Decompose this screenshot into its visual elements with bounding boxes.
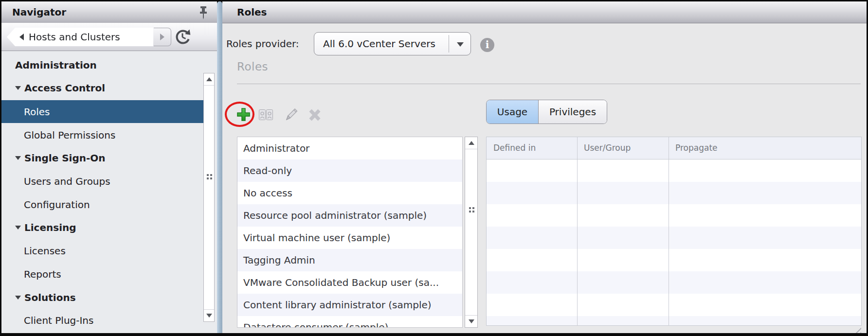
tab-usage[interactable]: Usage [487,100,539,124]
page-title: Roles [237,1,267,23]
roles-list: Administrator Read-only No access Resour… [237,137,463,328]
chevron-down-icon[interactable] [457,42,464,47]
tree-node-users-and-groups[interactable]: Users and Groups [1,170,203,193]
tree-node-configuration[interactable]: Configuration [1,193,203,216]
usage-table-header: Defined in User/Group Propagate [487,137,861,159]
tree-label: Configuration [24,199,90,211]
section-divider [237,84,861,84]
role-row-read-only[interactable]: Read-only [237,159,462,182]
tree-label: Reports [24,268,61,280]
roles-provider-dropdown[interactable]: All 6.0 vCenter Servers [314,32,471,55]
tree-label: Access Control [24,82,105,94]
view-tabs: Usage Privileges [486,100,607,124]
navigator-titlebar: Navigator [1,1,217,23]
panel-splitter[interactable] [217,1,222,333]
roles-section-title: Roles [237,60,268,73]
breadcrumb-forward-button[interactable] [154,28,171,46]
role-row-vmware-consolidated-backup-user[interactable]: VMware Consolidated Backup user (sa... [237,271,462,294]
column-divider [577,137,578,325]
tree-label: Single Sign-On [24,152,106,164]
column-header-propagate[interactable]: Propagate [669,137,861,159]
tree-node-reports[interactable]: Reports [1,263,203,285]
column-header-user-group[interactable]: User/Group [577,137,669,159]
usage-table-body [487,159,861,325]
role-row-administrator[interactable]: Administrator [237,137,462,159]
chevron-down-icon[interactable] [15,296,21,300]
scroll-up-icon[interactable] [204,73,214,86]
tree-label: Users and Groups [24,176,110,187]
pin-icon[interactable] [198,5,209,20]
tree-label: Global Permissions [24,129,115,141]
scrollbar-grip[interactable] [469,207,471,209]
column-divider [669,137,669,325]
column-header-defined-in[interactable]: Defined in [487,137,577,159]
role-row-datastore-consumer[interactable]: Datastore consumer (sample) [237,316,462,328]
navigator-panel: Navigator Hosts and Clusters Admi [1,1,217,333]
forward-arrow-icon [160,34,164,40]
scroll-down-icon[interactable] [204,309,214,321]
tree-node-solutions[interactable]: Solutions [1,286,203,309]
main-titlebar: Roles [222,1,867,23]
annotation-circle [225,102,254,127]
tree-label: Roles [24,106,50,118]
navigator-title: Navigator [12,1,66,23]
tree-node-global-permissions[interactable]: Global Permissions [1,124,203,146]
tree-label: Licenses [24,245,66,257]
resize-grip-icon[interactable] [853,326,861,333]
clone-role-button[interactable] [258,107,274,123]
history-icon[interactable] [173,27,192,47]
scroll-up-icon[interactable] [465,137,477,149]
dropdown-divider [449,35,449,53]
tree-label: Solutions [24,292,76,303]
usage-table: Defined in User/Group Propagate [486,137,862,326]
role-row-tagging-admin[interactable]: Tagging Admin [237,249,462,271]
roles-main-panel: Roles Roles provider: All 6.0 vCenter Se… [222,1,867,333]
back-arrow-icon [19,34,24,40]
navigator-tree: Administration Access Control Roles Glob… [1,51,203,333]
role-row-resource-pool-administrator[interactable]: Resource pool administrator (sample) [237,204,462,227]
tree-label: Licensing [24,222,76,233]
breadcrumb-bar: Hosts and Clusters [1,23,217,51]
tree-node-single-sign-on[interactable]: Single Sign-On [1,146,203,169]
scroll-down-icon[interactable] [465,315,477,327]
tree-node-access-control[interactable]: Access Control [1,76,203,99]
tree-label: Client Plug-Ins [24,315,93,326]
delete-role-button[interactable] [307,107,323,123]
tree-label: Administration [15,59,97,71]
tree-node-roles[interactable]: Roles [1,100,203,123]
roles-provider-value: All 6.0 vCenter Servers [323,33,435,55]
tab-privileges[interactable]: Privileges [539,100,607,124]
info-icon[interactable]: i [480,38,494,52]
chevron-down-icon[interactable] [15,156,21,160]
role-row-virtual-machine-user[interactable]: Virtual machine user (sample) [237,227,462,249]
chevron-down-icon[interactable] [15,86,21,90]
tree-node-administration[interactable]: Administration [1,53,203,76]
chevron-down-icon[interactable] [15,226,21,230]
role-row-no-access[interactable]: No access [237,182,462,204]
navigator-scrollbar[interactable] [203,73,215,322]
roles-provider-label: Roles provider: [226,32,299,55]
breadcrumb-label: Hosts and Clusters [29,31,120,43]
breadcrumb-back-button[interactable]: Hosts and Clusters [7,28,153,46]
tree-node-licensing[interactable]: Licensing [1,216,203,239]
roles-list-scrollbar[interactable] [465,137,478,328]
tree-node-client-plug-ins[interactable]: Client Plug-Ins [1,309,203,332]
tree-node-licenses[interactable]: Licenses [1,239,203,262]
role-row-content-library-administrator[interactable]: Content library administrator (sample) [237,294,462,316]
edit-role-button[interactable] [283,106,299,123]
scrollbar-grip[interactable] [207,174,209,176]
